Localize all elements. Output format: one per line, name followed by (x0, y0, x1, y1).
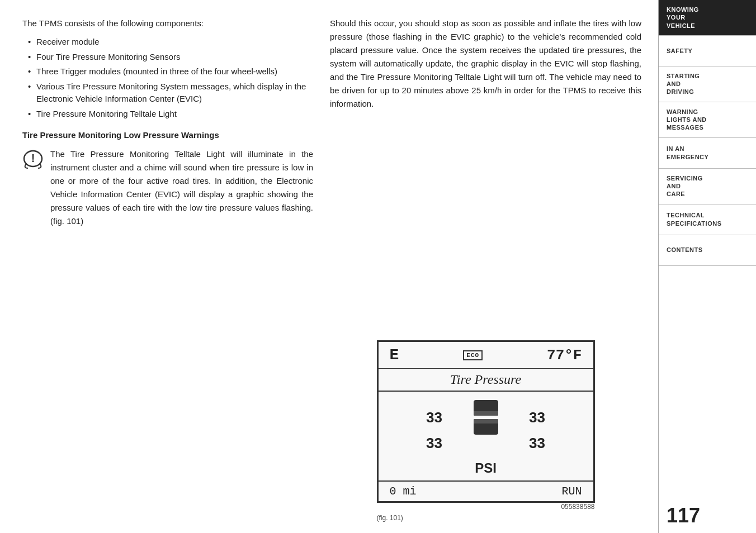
evic-top-bar: E ECO 77°F (379, 342, 593, 369)
left-column: The TPMS consists of the following compo… (22, 17, 313, 522)
sidebar-item-contents[interactable]: CONTENTS (659, 235, 756, 266)
list-item: Tire Pressure Monitoring Telltale Light (28, 108, 313, 121)
evic-run-label: RUN (561, 485, 582, 498)
sidebar-item-label: CONTENTS (667, 246, 703, 254)
sidebar-item-starting[interactable]: STARTINGANDDRIVING (659, 66, 756, 102)
car-icon-bottom (474, 419, 498, 435)
sidebar-item-label: IN ANEMERGENCY (667, 145, 708, 161)
evic-odometer: 0 mi (390, 485, 417, 498)
warning-icon: ! (22, 149, 45, 173)
evic-e-label: E (390, 346, 399, 364)
evic-eco-badge: ECO (463, 350, 483, 360)
list-item: Three Trigger modules (mounted in three … (28, 65, 313, 78)
pressure-tr: 33 (529, 409, 545, 426)
sidebar-item-label: STARTINGANDDRIVING (667, 72, 700, 96)
section-heading: Tire Pressure Monitoring Low Pressure Wa… (22, 129, 313, 142)
evic-display: E ECO 77°F Tire Pressure 33 (377, 340, 595, 503)
sidebar-item-servicing[interactable]: SERVICINGANDCARE (659, 169, 756, 204)
sidebar: KNOWINGYOURVEHICLE SAFETY STARTINGANDDRI… (658, 0, 756, 533)
sidebar-item-technical[interactable]: TECHNICALSPECIFICATIONS (659, 204, 756, 235)
sidebar-item-warning[interactable]: WARNINGLIGHTS ANDMESSAGES (659, 102, 756, 138)
right-column-text: Should this occur, you should stop as so… (330, 17, 641, 111)
sidebar-item-label: SERVICINGANDCARE (667, 174, 703, 198)
evic-psi-label: PSI (379, 460, 593, 482)
list-item: Four Tire Pressure Monitoring Sensors (28, 51, 313, 64)
warning-text: The Tire Pressure Monitoring Telltale Li… (50, 147, 313, 228)
svg-text:!: ! (31, 152, 35, 164)
intro-text: The TPMS consists of the following compo… (22, 17, 313, 30)
evic-caption: (fig. 101) (377, 514, 595, 522)
pressure-br: 33 (529, 435, 545, 452)
right-column: Should this occur, you should stop as so… (330, 17, 641, 522)
sidebar-item-knowing[interactable]: KNOWINGYOURVEHICLE (659, 0, 756, 36)
sidebar-item-label: WARNINGLIGHTS ANDMESSAGES (667, 108, 707, 132)
sidebar-item-emergency[interactable]: IN ANEMERGENCY (659, 138, 756, 169)
components-list: Receiver module Four Tire Pressure Monit… (22, 36, 313, 120)
evic-temp: 77°F (547, 347, 582, 364)
evic-container: E ECO 77°F Tire Pressure 33 (330, 340, 641, 522)
sidebar-item-safety[interactable]: SAFETY (659, 36, 756, 66)
figure-number: 055838588 (377, 503, 595, 511)
sidebar-item-label: TECHNICALSPECIFICATIONS (667, 211, 721, 227)
sidebar-item-label: KNOWINGYOURVEHICLE (667, 6, 699, 30)
page-number: 117 (667, 504, 700, 527)
pressure-tl: 33 (426, 409, 442, 426)
evic-pressure-grid: 33 33 33 33 (379, 392, 593, 460)
evic-title: Tire Pressure (379, 369, 593, 392)
car-icon-top (474, 400, 498, 416)
sidebar-item-label: SAFETY (667, 47, 692, 55)
pressure-bl: 33 (426, 435, 442, 452)
list-item: Receiver module (28, 36, 313, 49)
main-content: The TPMS consists of the following compo… (0, 0, 658, 533)
list-item: Various Tire Pressure Monitoring System … (28, 80, 313, 106)
warning-block: ! The Tire Pressure Monitoring Telltale … (22, 147, 313, 234)
evic-bottom: 0 mi RUN (379, 482, 593, 501)
